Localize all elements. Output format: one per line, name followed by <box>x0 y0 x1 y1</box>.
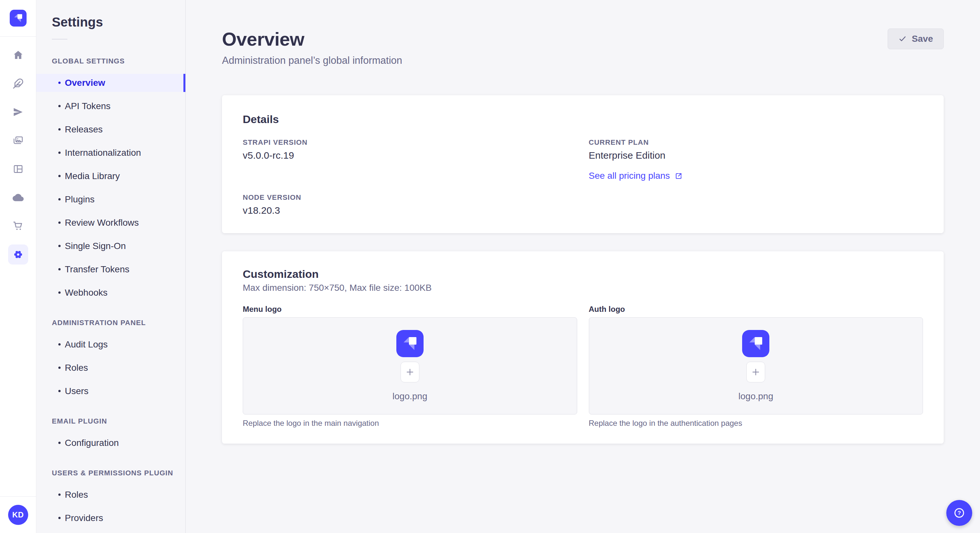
settings-subnav: Settings GLOBAL SETTINGS Overview API To… <box>36 0 186 533</box>
menu-logo-field: Menu logo logo.png Replace the logo in t… <box>243 305 577 428</box>
subnav-item-transfer-tokens[interactable]: Transfer Tokens <box>36 260 185 279</box>
auth-logo-preview <box>742 330 769 357</box>
add-menu-logo-button[interactable] <box>401 362 419 382</box>
subnav-item-media-library[interactable]: Media Library <box>36 167 185 185</box>
rail-footer: KD <box>0 497 36 533</box>
section-global-settings: GLOBAL SETTINGS Overview API Tokens Rele… <box>36 57 185 302</box>
app-root: KD Settings GLOBAL SETTINGS Overview API… <box>0 0 980 533</box>
svg-text:?: ? <box>958 510 961 516</box>
subnav-item-email-configuration[interactable]: Configuration <box>36 434 185 452</box>
plus-icon <box>751 367 760 377</box>
details-title: Details <box>243 112 923 126</box>
gear-icon <box>12 249 24 260</box>
node-version-field: NODE VERSION v18.20.3 <box>243 193 577 216</box>
help-button[interactable]: ? <box>946 500 972 526</box>
menu-logo-hint: Replace the logo in the main navigation <box>243 418 577 428</box>
subnav-item-admin-users[interactable]: Users <box>36 382 185 400</box>
strapi-version-field: STRAPI VERSION v5.0.0-rc.19 <box>243 138 577 181</box>
page-header: Overview Administration panel’s global i… <box>222 29 944 67</box>
section-email-plugin: EMAIL PLUGIN Configuration <box>36 417 185 452</box>
add-auth-logo-button[interactable] <box>746 362 765 382</box>
nav-settings[interactable] <box>8 244 28 265</box>
strapi-logo-icon <box>396 330 423 357</box>
save-button[interactable]: Save <box>888 29 944 49</box>
logo-section <box>0 0 36 36</box>
settings-nav: GLOBAL SETTINGS Overview API Tokens Rele… <box>36 57 185 527</box>
subnav-item-single-sign-on[interactable]: Single Sign-On <box>36 237 185 255</box>
nav-media-library[interactable] <box>8 130 28 151</box>
strapi-logo-button[interactable] <box>10 10 27 27</box>
auth-logo-field: Auth logo logo.png Replace the logo in t… <box>589 305 923 428</box>
settings-title: Settings <box>52 14 170 30</box>
nav-marketplace[interactable] <box>8 216 28 236</box>
subnav-item-plugins[interactable]: Plugins <box>36 190 185 209</box>
external-link-icon <box>675 171 683 180</box>
menu-logo-dropzone[interactable]: logo.png <box>243 317 577 414</box>
strapi-logo-icon <box>10 10 27 27</box>
subnav-item-api-tokens[interactable]: API Tokens <box>36 97 185 115</box>
section-label: USERS & PERMISSIONS PLUGIN <box>36 469 185 477</box>
current-plan-value: Enterprise Edition <box>589 150 923 161</box>
auth-logo-filename: logo.png <box>738 391 773 402</box>
subnav-item-review-workflows[interactable]: Review Workflows <box>36 214 185 232</box>
strapi-version-value: v5.0.0-rc.19 <box>243 150 577 161</box>
section-users-permissions-plugin: USERS & PERMISSIONS PLUGIN Roles Provide… <box>36 469 185 527</box>
subnav-item-up-providers[interactable]: Providers <box>36 509 185 527</box>
subnav-item-releases[interactable]: Releases <box>36 121 185 139</box>
subnav-item-internationalization[interactable]: Internationalization <box>36 144 185 162</box>
menu-logo-preview <box>396 330 423 357</box>
question-mark-icon: ? <box>953 507 966 519</box>
rail-nav <box>0 36 36 497</box>
avatar[interactable]: KD <box>8 505 28 525</box>
page-title: Overview <box>222 29 402 50</box>
menu-logo-filename: logo.png <box>393 391 427 402</box>
customization-card: Customization Max dimension: 750×750, Ma… <box>222 251 944 444</box>
section-administration-panel: ADMINISTRATION PANEL Audit Logs Roles Us… <box>36 319 185 400</box>
plus-icon <box>405 367 415 377</box>
current-plan-field: CURRENT PLAN Enterprise Edition See all … <box>589 138 923 181</box>
layout-icon <box>13 163 24 174</box>
section-label: EMAIL PLUGIN <box>36 417 185 425</box>
nav-home[interactable] <box>8 45 28 65</box>
subnav-item-audit-logs[interactable]: Audit Logs <box>36 335 185 354</box>
main-content: Overview Administration panel’s global i… <box>186 0 980 533</box>
details-card: Details STRAPI VERSION v5.0.0-rc.19 CURR… <box>222 95 944 233</box>
section-label: GLOBAL SETTINGS <box>36 57 185 65</box>
page-subtitle: Administration panel’s global informatio… <box>222 54 402 67</box>
check-icon <box>898 35 907 43</box>
home-icon <box>13 49 24 60</box>
strapi-logo-icon <box>742 330 769 357</box>
nav-releases[interactable] <box>8 102 28 122</box>
auth-logo-dropzone[interactable]: logo.png <box>589 317 923 414</box>
section-label: ADMINISTRATION PANEL <box>36 319 185 327</box>
subnav-item-admin-roles[interactable]: Roles <box>36 359 185 377</box>
node-version-value: v18.20.3 <box>243 205 577 216</box>
feather-icon <box>13 78 24 89</box>
title-divider <box>52 39 67 40</box>
customization-subtitle: Max dimension: 750×750, Max file size: 1… <box>243 282 923 293</box>
subnav-item-up-roles[interactable]: Roles <box>36 486 185 504</box>
subnav-item-overview[interactable]: Overview <box>36 74 185 92</box>
customization-title: Customization <box>243 267 923 281</box>
main-nav-rail: KD <box>0 0 36 533</box>
nav-content-manager[interactable] <box>8 73 28 94</box>
cart-icon <box>13 220 24 232</box>
pricing-plans-link[interactable]: See all pricing plans <box>589 170 683 181</box>
auth-logo-hint: Replace the logo in the authentication p… <box>589 418 923 428</box>
nav-cloud[interactable] <box>8 187 28 208</box>
nav-content-type-builder[interactable] <box>8 159 28 179</box>
cloud-icon <box>13 192 24 203</box>
paper-plane-icon <box>13 106 24 117</box>
images-icon <box>13 135 24 146</box>
subnav-item-webhooks[interactable]: Webhooks <box>36 284 185 302</box>
